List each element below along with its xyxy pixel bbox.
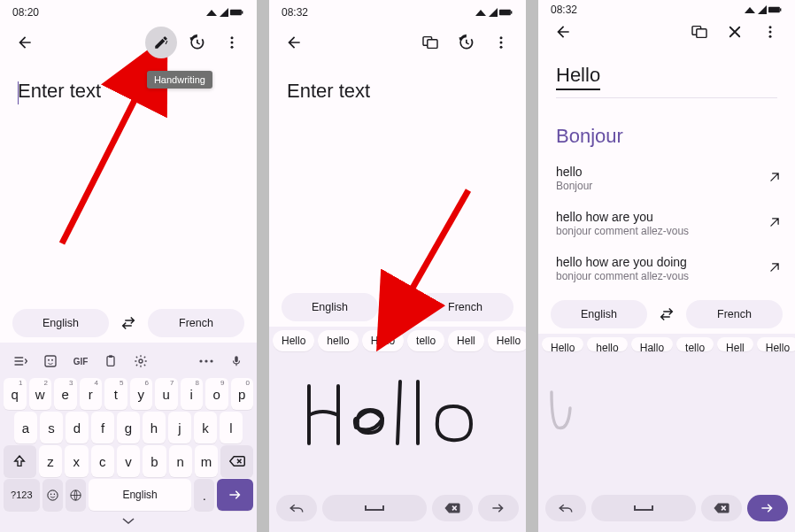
swap-languages-button[interactable]: [385, 295, 410, 320]
back-button[interactable]: [278, 27, 310, 58]
suggestion-chip[interactable]: hello: [318, 330, 358, 351]
key-u[interactable]: 7u: [155, 378, 178, 410]
suggestion-chip[interactable]: Hallo: [362, 330, 404, 351]
svg-rect-23: [428, 40, 437, 49]
key-i[interactable]: 8i: [181, 378, 204, 410]
paste-button[interactable]: [683, 16, 715, 48]
key-emoji[interactable]: [42, 479, 63, 511]
tool-gif-icon[interactable]: GIF: [67, 348, 94, 374]
key-d[interactable]: d: [66, 412, 89, 443]
key-period[interactable]: .: [194, 479, 214, 511]
target-language-chip[interactable]: French: [148, 309, 244, 337]
source-language-chip[interactable]: English: [282, 293, 378, 321]
suggestion-chip[interactable]: hello: [587, 337, 627, 351]
suggestion-chip[interactable]: tello: [676, 337, 714, 351]
paste-button[interactable]: [414, 27, 446, 58]
suggestion-chip[interactable]: Hello: [488, 330, 526, 351]
key-w[interactable]: 2w: [29, 378, 52, 410]
target-language-chip[interactable]: French: [417, 293, 513, 321]
key-k[interactable]: k: [194, 412, 217, 443]
target-language-chip[interactable]: French: [686, 300, 783, 328]
keyboard-collapse[interactable]: [4, 513, 253, 530]
back-button[interactable]: [547, 16, 579, 48]
handwriting-canvas[interactable]: [538, 355, 795, 490]
insert-icon[interactable]: [768, 261, 781, 277]
more-button[interactable]: [754, 16, 786, 48]
clear-button[interactable]: [719, 16, 751, 48]
suggestion-chip[interactable]: Hell: [717, 337, 753, 351]
suggestion-chip[interactable]: Hell: [448, 330, 484, 351]
suggestion-chip[interactable]: tello: [407, 330, 444, 351]
key-o[interactable]: 9o: [205, 378, 228, 410]
tool-sticker-icon[interactable]: [37, 348, 64, 374]
swap-languages-button[interactable]: [654, 302, 679, 327]
history-source: hello how are you: [556, 210, 777, 224]
key-space[interactable]: English: [89, 479, 191, 511]
history-item[interactable]: hello Bonjour: [538, 156, 795, 201]
key-e[interactable]: 3e: [54, 378, 77, 410]
key-shift[interactable]: [4, 445, 36, 477]
key-z[interactable]: z: [39, 445, 62, 477]
insert-icon[interactable]: [768, 216, 781, 232]
delete-button[interactable]: [701, 495, 742, 521]
svg-point-11: [139, 359, 143, 363]
history-item[interactable]: hello how are you doing bonjour comment …: [538, 246, 795, 291]
key-q[interactable]: 1q: [4, 378, 27, 410]
more-button[interactable]: [216, 27, 248, 58]
key-t[interactable]: 5t: [104, 378, 127, 410]
history-button[interactable]: [181, 27, 212, 58]
text-input-area[interactable]: Enter text: [0, 64, 257, 103]
suggestion-chip[interactable]: Hello: [757, 337, 795, 351]
key-n[interactable]: n: [169, 445, 192, 477]
key-f[interactable]: f: [91, 412, 114, 443]
go-button[interactable]: [747, 495, 788, 521]
history-target: bonjour comment allez-vous: [556, 270, 777, 282]
delete-button[interactable]: [432, 495, 473, 521]
key-r[interactable]: 4r: [80, 378, 103, 410]
tool-clipboard-icon[interactable]: [97, 348, 124, 374]
tool-settings-icon[interactable]: [127, 348, 154, 374]
undo-button[interactable]: [276, 495, 317, 521]
go-button[interactable]: [478, 495, 519, 521]
key-s[interactable]: s: [40, 412, 63, 443]
tool-more-icon[interactable]: [193, 348, 220, 374]
key-c[interactable]: c: [91, 445, 114, 477]
key-symbols[interactable]: ?123: [4, 479, 40, 511]
insert-icon[interactable]: [768, 171, 781, 187]
key-b[interactable]: b: [143, 445, 166, 477]
tool-nav-icon[interactable]: [7, 348, 34, 374]
keyboard-row-2: a s d f g h j k l: [4, 412, 253, 443]
back-button[interactable]: [9, 27, 41, 58]
source-language-chip[interactable]: English: [12, 309, 109, 337]
key-v[interactable]: v: [117, 445, 140, 477]
suggestion-chip[interactable]: Hallo: [631, 337, 673, 351]
key-y[interactable]: 6y: [130, 378, 153, 410]
history-button[interactable]: [450, 27, 482, 58]
more-button[interactable]: [485, 27, 517, 58]
key-go[interactable]: [217, 479, 253, 511]
key-m[interactable]: m: [195, 445, 218, 477]
text-input-area[interactable]: Hello: [538, 48, 795, 90]
history-item[interactable]: hello how are you bonjour comment allez-…: [538, 201, 795, 246]
swap-languages-button[interactable]: [116, 311, 141, 335]
key-a[interactable]: a: [14, 412, 37, 443]
screen-3: 08:32 Hello Bonjour hello Bonjour hell: [538, 0, 795, 532]
suggestion-chip[interactable]: Hello: [542, 337, 583, 351]
source-language-chip[interactable]: English: [551, 300, 647, 328]
key-backspace[interactable]: [220, 445, 253, 477]
handwriting-canvas[interactable]: [269, 355, 526, 490]
handwriting-button[interactable]: [145, 27, 177, 58]
key-j[interactable]: j: [168, 412, 191, 443]
key-h[interactable]: h: [143, 412, 166, 443]
key-l[interactable]: l: [220, 412, 243, 443]
tool-mic-icon[interactable]: [223, 348, 250, 374]
undo-button[interactable]: [545, 495, 586, 521]
suggestion-chip[interactable]: Hello: [273, 330, 314, 351]
key-x[interactable]: x: [65, 445, 88, 477]
space-button[interactable]: [591, 495, 696, 521]
key-g[interactable]: g: [117, 412, 140, 443]
space-button[interactable]: [322, 495, 427, 521]
text-input-area[interactable]: Enter text: [269, 64, 526, 103]
key-language[interactable]: [66, 479, 86, 511]
key-p[interactable]: 0p: [231, 378, 254, 410]
